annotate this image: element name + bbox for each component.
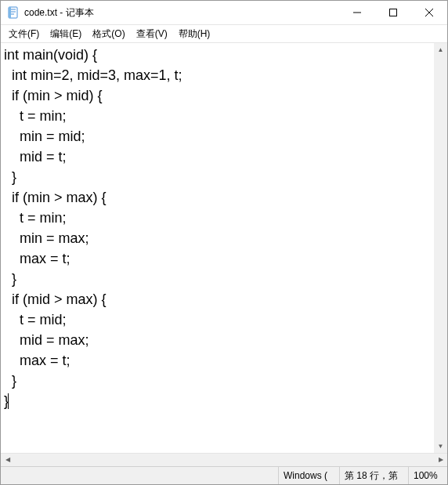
titlebar[interactable]: code.txt - 记事本 xyxy=(1,1,447,25)
text-cursor xyxy=(8,393,9,409)
svg-rect-6 xyxy=(390,9,397,16)
scroll-down-icon[interactable]: ▼ xyxy=(434,440,447,453)
window-controls xyxy=(339,1,447,24)
minimize-button[interactable] xyxy=(339,1,375,24)
menu-format[interactable]: 格式(O) xyxy=(88,26,129,42)
horizontal-scrollbar[interactable]: ◀ ▶ xyxy=(1,453,447,466)
close-button[interactable] xyxy=(411,1,447,24)
svg-rect-4 xyxy=(9,7,11,18)
menu-edit[interactable]: 编辑(E) xyxy=(45,26,86,42)
text-editor[interactable]: int main(void) { int min=2, mid=3, max=1… xyxy=(1,43,447,453)
notepad-app-icon xyxy=(7,6,20,19)
statusbar: Windows ( 第 18 行，第 100% xyxy=(1,466,447,484)
editor-area: int main(void) { int min=2, mid=3, max=1… xyxy=(1,42,447,466)
window-title: code.txt - 记事本 xyxy=(24,6,339,20)
scroll-up-icon[interactable]: ▲ xyxy=(434,43,447,56)
maximize-button[interactable] xyxy=(375,1,411,24)
menubar: 文件(F) 编辑(E) 格式(O) 查看(V) 帮助(H) xyxy=(1,25,447,42)
scroll-right-icon[interactable]: ▶ xyxy=(434,454,447,467)
editor-content: int main(void) { int min=2, mid=3, max=1… xyxy=(4,47,182,409)
vertical-scroll-track[interactable] xyxy=(434,56,447,440)
menu-help[interactable]: 帮助(H) xyxy=(174,26,215,42)
status-zoom: 100% xyxy=(408,467,447,484)
menu-file[interactable]: 文件(F) xyxy=(4,26,44,42)
status-cursor-position: 第 18 行，第 xyxy=(339,467,408,484)
status-encoding: Windows ( xyxy=(278,467,339,484)
notepad-window: code.txt - 记事本 文件(F) 编辑(E) 格式(O) 查看(V) 帮… xyxy=(0,0,448,485)
menu-view[interactable]: 查看(V) xyxy=(132,26,172,42)
scroll-left-icon[interactable]: ◀ xyxy=(1,454,14,467)
vertical-scrollbar[interactable]: ▲ ▼ xyxy=(434,43,447,453)
